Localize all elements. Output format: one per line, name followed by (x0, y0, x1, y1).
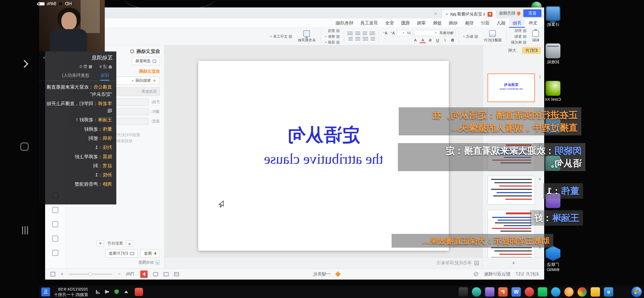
play-animation-button[interactable]: 播放 (141, 249, 160, 258)
align-right-button[interactable] (355, 32, 360, 36)
tab-close-icon[interactable]: × (445, 12, 448, 17)
start-button[interactable] (631, 287, 642, 297)
underline-button[interactable]: U (434, 37, 441, 43)
taskbar-tools-icon[interactable] (459, 287, 468, 297)
font-name-select[interactable]: 微软雅黑▾ (414, 30, 455, 36)
history-panel-icon[interactable] (53, 236, 59, 242)
align-center-button[interactable] (363, 32, 367, 36)
bullets-button[interactable] (371, 37, 375, 41)
desktop-icon-recycle-bin[interactable]: 回收站 (541, 43, 565, 65)
taskbar-wps-icon[interactable]: W (511, 287, 521, 297)
auto-preview-checkbox[interactable] (156, 261, 160, 265)
italic-button[interactable]: I (442, 37, 448, 43)
menu-tab-design[interactable]: 设计 (477, 18, 493, 28)
shape-panel-icon[interactable] (53, 221, 59, 227)
taskbar-player-icon[interactable] (485, 287, 494, 297)
play-from-current-button[interactable]: 从当前开始 (296, 30, 317, 43)
menu-tab-review[interactable]: 审阅 (413, 18, 429, 28)
menu-tab-home[interactable]: 开始 (509, 18, 525, 28)
move-down-button[interactable] (97, 240, 104, 247)
image-panel-icon[interactable] (53, 207, 59, 213)
zoom-slider-knob[interactable] (89, 272, 92, 276)
zoom-out-icon[interactable]: − (118, 272, 120, 277)
new-tab-button[interactable]: + (433, 11, 439, 16)
format-painter-button[interactable]: 格式刷 (510, 40, 527, 45)
desktop-icon-corel[interactable]: Corel X4 (541, 81, 565, 102)
text-effects-button[interactable]: A (412, 37, 418, 43)
normal-view-icon[interactable] (174, 272, 179, 276)
taskbar-firefox-icon[interactable] (564, 287, 574, 297)
strikethrough-button[interactable]: S (427, 37, 433, 43)
justify-button[interactable] (347, 32, 353, 36)
tray-shield-icon[interactable] (114, 289, 119, 294)
line-spacing-button[interactable] (355, 37, 360, 41)
copy-button[interactable]: 复制 (510, 34, 527, 39)
settings-panel-icon[interactable] (53, 250, 59, 256)
text-tool-button[interactable]: 文字工具▾ (269, 34, 293, 39)
notes-bar[interactable]: 单击此处添加备注 (164, 257, 483, 268)
fit-slide-icon[interactable] (51, 272, 55, 277)
taskbar-folder-icon[interactable] (591, 287, 600, 297)
show-hidden-icons[interactable] (124, 291, 128, 293)
increase-font-button[interactable]: A⁺ (389, 30, 395, 36)
tab-outline[interactable]: 大纲 (505, 47, 520, 54)
layout-button[interactable]: 版式▾ (462, 34, 479, 39)
taskbar-wechat-icon[interactable] (538, 287, 547, 297)
replace-button[interactable]: 替换▾ (324, 34, 341, 39)
align-left-button[interactable] (370, 32, 375, 36)
taskbar-music-icon[interactable] (525, 287, 534, 297)
chat-close-icon[interactable]: × (43, 55, 46, 61)
bold-button[interactable]: B (449, 37, 455, 43)
android-recents-button[interactable] (21, 226, 28, 234)
move-up-button[interactable] (126, 240, 133, 247)
reading-view-icon[interactable] (153, 272, 158, 276)
menu-tab-slideshow[interactable]: 放映 (429, 18, 445, 28)
desktop-icon-computer[interactable]: 计算机 (541, 6, 565, 27)
taskbar-meeting-icon[interactable] (472, 287, 481, 297)
menu-tab-animation[interactable]: 动画 (445, 18, 461, 28)
tab-discussion[interactable]: 讨论 (100, 72, 109, 81)
selection-pane-button[interactable]: 选择窗格 (132, 57, 160, 65)
cut-button[interactable]: 剪切 (510, 28, 527, 33)
font-color-button[interactable]: A (420, 37, 426, 43)
menu-tab-transition[interactable]: 切换 (461, 18, 477, 28)
taskbar-ppt-icon[interactable]: P (498, 287, 508, 297)
decrease-font-button[interactable]: A⁻ (382, 30, 388, 36)
taskbar-chrome-icon[interactable] (577, 287, 587, 297)
ime-indicator[interactable]: 五 (41, 288, 50, 296)
menu-tab-security[interactable]: 安全 (381, 18, 397, 28)
menu-tab-insert[interactable]: 插入 (493, 18, 509, 28)
select-button[interactable]: 选择▾ (324, 40, 341, 45)
sorter-view-icon[interactable] (164, 272, 169, 276)
template-name[interactable]: 默认设计模板 (484, 271, 510, 277)
taskbar-ie-icon[interactable]: e (604, 287, 613, 297)
zoom-slider[interactable] (69, 274, 112, 275)
tray-volume-icon[interactable] (105, 290, 109, 294)
document-tab[interactable]: P 1 定语从句微课.ppt × (442, 10, 496, 18)
spellcheck-icon[interactable] (474, 272, 478, 276)
android-back-button[interactable] (21, 60, 28, 68)
tray-network-icon[interactable] (95, 290, 100, 294)
slide-thumbnail-4[interactable] (488, 176, 535, 204)
tray-security-app-icon[interactable] (135, 288, 143, 296)
gear-icon[interactable] (130, 49, 134, 53)
indent-button[interactable] (348, 37, 353, 41)
find-button[interactable]: 查找 (324, 28, 341, 33)
menu-tab-view[interactable]: 视图 (397, 18, 413, 28)
tab-slides[interactable]: 幻灯片 (522, 47, 541, 54)
beautify-button[interactable]: 一键美化 (313, 271, 331, 277)
home-button[interactable]: 首页 (523, 9, 541, 17)
menu-tab-file[interactable]: 文件 (525, 18, 541, 28)
numbering-button[interactable] (363, 37, 368, 41)
tab-mic-list[interactable]: 连麦列表(0人) (62, 72, 89, 81)
desktop-icon-bim[interactable]: 广联达BIM5D (541, 246, 565, 272)
menu-tab-devtools[interactable]: 开发工具 (357, 18, 381, 28)
chat-message-list[interactable]: 直播公告：欢迎大家来观看直播“定语从句” 李老师：同学们，直播马上开始啦 王涵琳… (39, 81, 116, 193)
paste-button[interactable]: 粘贴 (530, 30, 541, 43)
new-slide-button[interactable]: 新建幻灯片 (482, 30, 503, 43)
docer-template-button[interactable]: 稻壳模板 (499, 11, 521, 16)
android-home-button[interactable] (20, 143, 29, 151)
slide-thumbnail-1[interactable]: 定语从句 the attributive clause (488, 73, 535, 102)
taskbar-qq-icon[interactable] (551, 287, 560, 297)
taskbar-clock[interactable]: 2020/12/24 8:59 星期四 十一月初十 (54, 286, 88, 297)
